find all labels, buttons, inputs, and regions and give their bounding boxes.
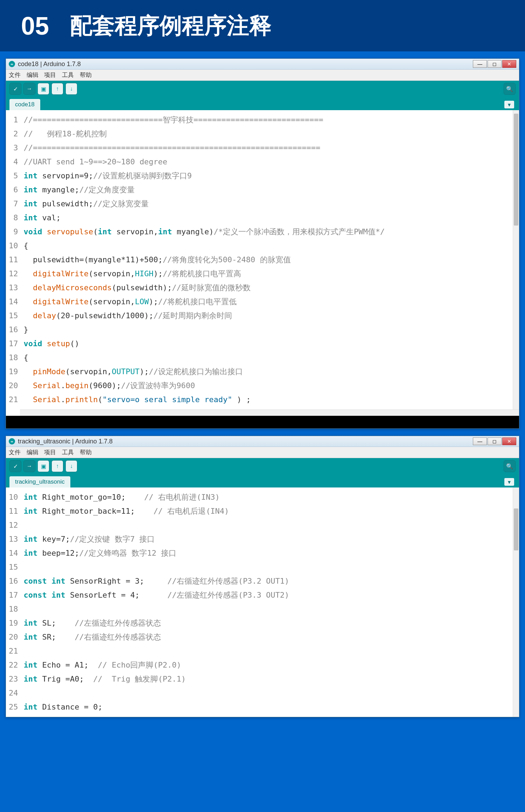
code-line[interactable]: int servopin=9;//设置舵机驱动脚到数字口9 (24, 169, 512, 183)
code-line[interactable]: int SL; //左循迹红外传感器状态 (24, 616, 512, 630)
code-line[interactable]: int pulsewidth;//定义脉宽变量 (24, 197, 512, 211)
verify-button[interactable]: ✓ (9, 83, 21, 95)
scroll-thumb[interactable] (514, 114, 518, 226)
code-line[interactable]: const int SensorLeft = 4; //左循迹红外传感器(P3.… (24, 588, 512, 602)
file-tab[interactable]: code18 (9, 99, 40, 110)
code-line[interactable] (24, 602, 512, 616)
code-area[interactable]: int Right_motor_go=10; // 右电机前进(IN3)int … (22, 487, 513, 717)
menu-help[interactable]: 帮助 (80, 449, 92, 456)
code-line[interactable]: //UART send 1~9==>20~180 degree (24, 155, 512, 169)
menu-edit[interactable]: 编辑 (27, 449, 38, 456)
serial-monitor-button[interactable]: 🔍 (504, 83, 516, 95)
upload-button[interactable]: → (23, 460, 35, 472)
code-line[interactable]: pulsewidth=(myangle*11)+500;//将角度转化为500-… (24, 253, 512, 267)
code-line[interactable]: void setup() (24, 337, 512, 351)
menu-help[interactable]: 帮助 (80, 72, 92, 78)
menu-tools[interactable]: 工具 (62, 72, 74, 78)
minimize-button[interactable]: — (473, 437, 487, 445)
save-button[interactable]: ↓ (65, 460, 77, 472)
line-number: 13 (9, 281, 18, 295)
line-number: 11 (9, 253, 18, 267)
line-number: 1 (9, 113, 18, 127)
code-line[interactable]: //======================================… (24, 141, 512, 155)
page-banner: 05 配套程序例程序注释 (0, 0, 525, 51)
code-line[interactable]: Serial.begin(9600);//设置波特率为9600 (24, 379, 512, 393)
code-line[interactable]: { (24, 239, 512, 253)
tab-dropdown-icon[interactable]: ▾ (504, 478, 514, 486)
code-line[interactable]: const int SensorRight = 3; //右循迹红外传感器(P3… (24, 574, 512, 588)
tab-dropdown-icon[interactable]: ▾ (504, 101, 514, 108)
code-line[interactable]: pinMode(servopin,OUTPUT);//设定舵机接口为输出接口 (24, 365, 512, 379)
line-number: 12 (9, 267, 18, 281)
horizontal-scrollbar[interactable] (20, 409, 519, 416)
new-button[interactable]: ▣ (37, 460, 49, 472)
open-button[interactable]: ↑ (51, 460, 63, 472)
vertical-scrollbar[interactable] (513, 487, 519, 717)
maximize-button[interactable]: ◻ (488, 437, 502, 445)
titlebar[interactable]: ∞ tracking_ultrasonic | Arduino 1.7.8 — … (6, 436, 519, 447)
code-line[interactable]: { (24, 351, 512, 365)
vertical-scrollbar[interactable] (513, 110, 519, 409)
code-line[interactable]: int Trig =A0; // Trig 触发脚(P2.1) (24, 672, 512, 686)
scroll-thumb[interactable] (514, 508, 518, 550)
code-line[interactable]: // 例程18-舵机控制 (24, 127, 512, 141)
code-line[interactable]: delayMicroseconds(pulsewidth);//延时脉宽值的微秒… (24, 281, 512, 295)
window-controls: — ◻ ✕ (473, 60, 516, 68)
close-button[interactable]: ✕ (502, 437, 516, 445)
line-number: 24 (9, 686, 18, 700)
menu-file[interactable]: 文件 (9, 72, 21, 78)
code-line[interactable]: digitalWrite(servopin,HIGH);//将舵机接口电平置高 (24, 267, 512, 281)
code-line[interactable]: int val; (24, 211, 512, 225)
upload-button[interactable]: → (23, 83, 35, 95)
line-number: 18 (9, 602, 18, 616)
code-line[interactable] (24, 644, 512, 658)
minimize-button[interactable]: — (473, 60, 487, 68)
line-number: 16 (9, 574, 18, 588)
code-line[interactable]: int SR; //右循迹红外传感器状态 (24, 630, 512, 644)
line-number: 17 (9, 588, 18, 602)
line-number: 22 (9, 658, 18, 672)
menu-edit[interactable]: 编辑 (27, 72, 38, 78)
code-line[interactable]: digitalWrite(servopin,LOW);//将舵机接口电平置低 (24, 295, 512, 309)
save-button[interactable]: ↓ (65, 83, 77, 95)
code-line[interactable]: int key=7;//定义按键 数字7 接口 (24, 532, 512, 546)
code-line[interactable]: int Right_motor_back=11; // 右电机后退(IN4) (24, 504, 512, 518)
code-line[interactable]: int beep=12;//定义蜂鸣器 数字12 接口 (24, 546, 512, 560)
menu-sketch[interactable]: 项目 (44, 449, 56, 456)
code-line[interactable]: int Right_motor_go=10; // 右电机前进(IN3) (24, 490, 512, 504)
file-tab[interactable]: tracking_ultrasonic (9, 476, 70, 487)
code-editor[interactable]: 10111213141516171819202122232425 int Rig… (6, 487, 519, 717)
line-number: 5 (9, 169, 18, 183)
code-line[interactable]: //============================智宇科技======… (24, 113, 512, 127)
code-line[interactable] (24, 560, 512, 574)
code-line[interactable] (24, 518, 512, 532)
titlebar[interactable]: ∞ code18 | Arduino 1.7.8 — ◻ ✕ (6, 59, 519, 70)
code-line[interactable]: } (24, 323, 512, 337)
new-button[interactable]: ▣ (37, 83, 49, 95)
arduino-icon: ∞ (9, 61, 15, 67)
banner-number: 05 (21, 12, 49, 40)
toolbar: ✓ → ▣ ↑ ↓ 🔍 (6, 81, 519, 97)
line-number: 21 (9, 393, 18, 407)
serial-monitor-button[interactable]: 🔍 (504, 460, 516, 472)
code-line[interactable]: void servopulse(int servopin,int myangle… (24, 225, 512, 239)
menu-sketch[interactable]: 项目 (44, 72, 56, 78)
code-editor[interactable]: 123456789101112131415161718192021 //====… (6, 110, 519, 409)
code-line[interactable]: int Echo = A1; // Echo回声脚(P2.0) (24, 658, 512, 672)
menu-file[interactable]: 文件 (9, 449, 21, 456)
menu-tools[interactable]: 工具 (62, 449, 74, 456)
menubar: 文件 编辑 项目 工具 帮助 (6, 70, 519, 81)
code-line[interactable] (24, 686, 512, 700)
maximize-button[interactable]: ◻ (488, 60, 502, 68)
code-line[interactable]: delay(20-pulsewidth/1000);//延时周期内剩余时间 (24, 309, 512, 323)
open-button[interactable]: ↑ (51, 83, 63, 95)
tabbar: code18 ▾ (6, 97, 519, 110)
code-line[interactable]: int Distance = 0; (24, 700, 512, 714)
code-area[interactable]: //============================智宇科技======… (22, 110, 513, 409)
verify-button[interactable]: ✓ (9, 460, 21, 472)
close-button[interactable]: ✕ (502, 60, 516, 68)
line-number: 6 (9, 183, 18, 197)
line-number: 7 (9, 197, 18, 211)
code-line[interactable]: Serial.println("servo=o seral simple rea… (24, 393, 512, 407)
code-line[interactable]: int myangle;//定义角度变量 (24, 183, 512, 197)
